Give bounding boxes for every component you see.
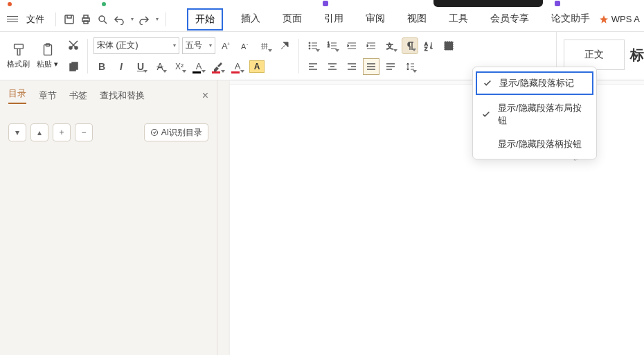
font-name-select[interactable]: 宋体 (正文)▾ (93, 37, 179, 54)
close-icon[interactable]: × (202, 89, 208, 102)
nav-tab-chapter[interactable]: 章节 (39, 89, 57, 102)
toggle-paragraph-layout-btn[interactable]: 显示/隐藏段落布局按钮 (473, 96, 596, 132)
decrease-indent-icon[interactable] (343, 37, 360, 54)
tab-page[interactable]: 页面 (278, 8, 306, 31)
navigation-pane: 目录 章节 书签 查找和替换 × ▾ ▴ + − AI识别目录 (0, 80, 217, 355)
file-menu[interactable]: 文件 (22, 12, 48, 27)
dd-label-1: 显示/隐藏段落标记 (499, 77, 574, 89)
wps-ai-label: WPS A (611, 14, 640, 24)
increase-indent-icon[interactable] (363, 37, 379, 54)
tab-review[interactable]: 审阅 (361, 8, 389, 31)
redo-dropdown[interactable]: ▾ (154, 16, 159, 22)
separator (166, 12, 166, 26)
svg-rect-11 (72, 62, 78, 69)
dd-label-3: 显示/隐藏段落柄按钮 (498, 138, 582, 150)
char-shading-icon[interactable]: A (249, 58, 265, 75)
align-left-icon[interactable] (305, 58, 321, 75)
svg-text:2: 2 (328, 44, 330, 48)
tab-insert[interactable]: 插入 (237, 8, 265, 31)
check-icon (481, 110, 491, 119)
paste-label: 粘贴 ▾ (37, 59, 58, 69)
tab-pill-a (323, 1, 328, 6)
underline-icon[interactable]: U (132, 58, 149, 75)
expand-icon[interactable]: ▾ (8, 123, 26, 141)
italic-icon[interactable]: I (113, 58, 129, 75)
cut-icon[interactable] (65, 37, 82, 53)
check-icon (483, 78, 492, 88)
tab-home[interactable]: 开始 (187, 8, 223, 31)
font-color-icon[interactable]: A (229, 58, 246, 75)
svg-text:文: 文 (386, 42, 393, 50)
collapse-icon[interactable]: ▴ (30, 123, 48, 141)
ai-toc-button[interactable]: AI识别目录 (144, 123, 208, 141)
svg-text:-: - (247, 42, 249, 46)
paste-button[interactable]: 粘贴 ▾ (37, 42, 58, 69)
print-preview-icon[interactable] (96, 13, 109, 26)
svg-rect-25 (445, 42, 453, 50)
tab-member[interactable]: 会员专享 (486, 8, 533, 31)
tab-tools[interactable]: 工具 (445, 8, 472, 31)
select-all-icon[interactable] (440, 37, 457, 54)
print-icon[interactable] (80, 13, 92, 26)
save-icon[interactable] (63, 13, 75, 26)
active-doc-tab[interactable] (433, 0, 543, 7)
copy-icon[interactable] (65, 59, 82, 76)
align-right-icon[interactable] (343, 58, 360, 75)
undo-icon[interactable] (113, 13, 125, 26)
format-painter-button[interactable]: 格式刷 (7, 42, 30, 69)
tab-view[interactable]: 视图 (403, 8, 431, 31)
nav-tab-bookmark[interactable]: 书签 (69, 89, 87, 102)
svg-rect-2 (84, 15, 88, 18)
paragraph-mark-icon[interactable] (402, 37, 418, 54)
toggle-paragraph-marks[interactable]: 显示/隐藏段落标记 (476, 71, 593, 95)
strikethrough-icon[interactable]: A (152, 58, 168, 75)
phonetic-guide-icon[interactable]: 拼 (257, 37, 274, 54)
svg-text:A: A (424, 42, 428, 46)
undo-dropdown[interactable]: ▾ (129, 16, 134, 22)
distribute-icon[interactable] (382, 58, 399, 75)
toggle-paragraph-handle-btn[interactable]: 显示/隐藏段落柄按钮 (473, 132, 596, 156)
svg-point-26 (151, 130, 157, 136)
nav-tab-findreplace[interactable]: 查找和替换 (100, 89, 145, 102)
text-effect-icon[interactable]: A (190, 58, 207, 75)
sort-icon[interactable]: AZ (421, 37, 438, 54)
svg-point-18 (309, 45, 310, 46)
ai-toc-label: AI识别目录 (161, 127, 202, 139)
text-direction-icon[interactable]: 文 (382, 37, 399, 54)
tab-reference[interactable]: 引用 (320, 8, 348, 31)
clear-format-icon[interactable] (276, 37, 293, 54)
tab-thesis[interactable]: 论文助手 (547, 8, 594, 31)
remove-icon[interactable]: − (75, 123, 93, 141)
number-list-icon[interactable]: 12 (324, 37, 341, 54)
align-center-icon[interactable] (324, 58, 341, 75)
hamburger-icon[interactable] (7, 15, 18, 24)
wps-ai-button[interactable]: WPS A (599, 14, 640, 24)
grow-font-icon[interactable]: A+ (218, 37, 235, 54)
nav-tab-toc[interactable]: 目录 (8, 87, 26, 104)
bullet-list-icon[interactable] (305, 37, 321, 54)
format-painter-label: 格式刷 (7, 59, 30, 69)
align-justify-icon[interactable] (363, 58, 379, 75)
font-size-select[interactable]: 五号▾ (182, 37, 215, 54)
svg-text:A: A (241, 42, 247, 51)
separator (55, 12, 56, 26)
tab-pill-b (555, 1, 560, 6)
svg-text:Z: Z (424, 46, 428, 51)
shrink-font-icon[interactable]: A- (238, 37, 254, 54)
line-spacing-icon[interactable] (402, 58, 418, 75)
style-normal[interactable]: 正文 (564, 40, 625, 70)
svg-text:+: + (227, 42, 230, 46)
redo-icon[interactable] (138, 13, 150, 26)
bold-icon[interactable]: B (93, 58, 110, 75)
highlight-icon[interactable] (210, 58, 226, 75)
blank-icon (481, 139, 491, 149)
superscript-icon[interactable]: X² (171, 58, 188, 75)
svg-rect-3 (84, 21, 88, 24)
add-icon[interactable]: + (53, 123, 71, 141)
svg-point-19 (309, 48, 310, 49)
svg-rect-0 (65, 15, 73, 24)
app-window-dot-red (8, 2, 12, 6)
style-heading[interactable]: 标 (630, 46, 644, 64)
app-window-dot-green (102, 2, 106, 6)
svg-text:拼: 拼 (261, 42, 268, 50)
